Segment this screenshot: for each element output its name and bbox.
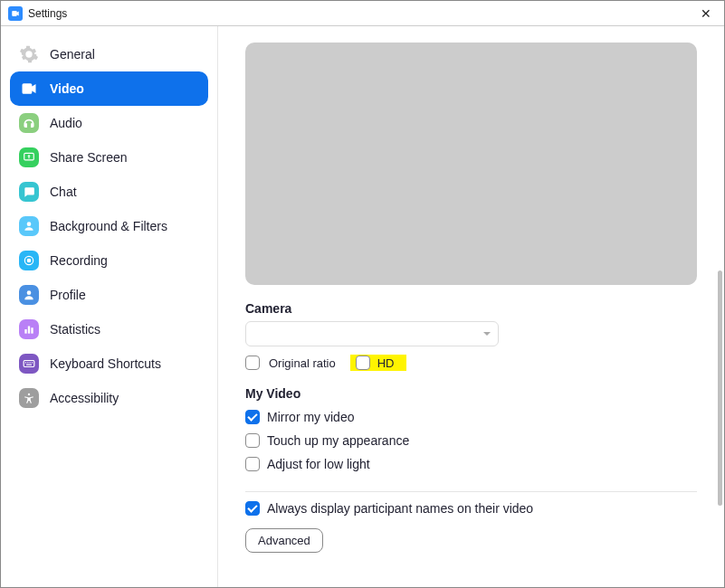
sidebar-item-label: Background & Filters bbox=[50, 219, 167, 233]
sidebar-item-background-filters[interactable]: Background & Filters bbox=[10, 209, 208, 243]
sidebar-item-label: Accessibility bbox=[50, 391, 119, 405]
sidebar-item-audio[interactable]: Audio bbox=[10, 106, 208, 140]
titlebar: Settings ✕ bbox=[1, 1, 724, 26]
sidebar: General Video Audio Share Screen bbox=[1, 26, 218, 587]
close-button[interactable]: ✕ bbox=[695, 3, 717, 24]
svg-rect-10 bbox=[27, 362, 28, 363]
svg-rect-9 bbox=[25, 362, 26, 363]
sidebar-item-label: Keyboard Shortcuts bbox=[50, 356, 161, 371]
svg-rect-13 bbox=[26, 365, 32, 365]
mirror-label: Mirror my video bbox=[267, 410, 354, 424]
window-title: Settings bbox=[28, 7, 67, 20]
hd-checkbox[interactable] bbox=[356, 356, 370, 370]
sidebar-item-statistics[interactable]: Statistics bbox=[10, 312, 208, 346]
sidebar-item-profile[interactable]: Profile bbox=[10, 278, 208, 312]
keyboard-icon bbox=[19, 354, 39, 374]
sidebar-item-accessibility[interactable]: Accessibility bbox=[10, 381, 208, 415]
hd-label: HD bbox=[377, 356, 395, 370]
sidebar-item-label: Share Screen bbox=[50, 150, 128, 165]
sidebar-item-label: Chat bbox=[50, 185, 77, 199]
recording-icon bbox=[19, 251, 39, 270]
svg-point-1 bbox=[27, 222, 32, 226]
advanced-button[interactable]: Advanced bbox=[245, 528, 323, 553]
original-ratio-checkbox[interactable] bbox=[245, 356, 260, 370]
sidebar-item-label: Recording bbox=[50, 253, 108, 268]
lowlight-checkbox[interactable] bbox=[245, 457, 260, 471]
svg-point-3 bbox=[27, 259, 31, 262]
sidebar-item-keyboard-shortcuts[interactable]: Keyboard Shortcuts bbox=[10, 346, 208, 381]
gear-icon bbox=[19, 44, 39, 64]
main-panel: Camera Original ratio HD My Video Mirror… bbox=[218, 26, 724, 587]
svg-rect-7 bbox=[31, 327, 33, 333]
mirror-checkbox[interactable] bbox=[245, 410, 260, 424]
lowlight-label: Adjust for low light bbox=[267, 457, 370, 471]
share-screen-icon bbox=[19, 147, 39, 167]
video-preview bbox=[245, 43, 697, 285]
sidebar-item-chat[interactable]: Chat bbox=[10, 175, 208, 209]
svg-point-4 bbox=[27, 290, 32, 295]
display-names-label: Always display participant names on thei… bbox=[267, 501, 533, 516]
sidebar-item-general[interactable]: General bbox=[10, 37, 208, 71]
sidebar-item-label: Statistics bbox=[50, 322, 100, 337]
sidebar-item-label: Profile bbox=[50, 288, 86, 302]
profile-icon bbox=[19, 285, 39, 305]
svg-rect-5 bbox=[24, 329, 26, 334]
accessibility-icon bbox=[19, 388, 39, 408]
svg-rect-6 bbox=[28, 327, 30, 334]
svg-rect-12 bbox=[32, 362, 33, 363]
chat-icon bbox=[19, 182, 39, 202]
sidebar-item-share-screen[interactable]: Share Screen bbox=[10, 140, 208, 175]
scrollbar-thumb[interactable] bbox=[718, 270, 722, 506]
sidebar-item-label: Audio bbox=[50, 116, 82, 130]
sidebar-item-label: General bbox=[50, 47, 95, 62]
camera-section-label: Camera bbox=[245, 301, 697, 316]
sidebar-item-video[interactable]: Video bbox=[10, 71, 208, 106]
background-icon bbox=[19, 216, 39, 236]
svg-rect-8 bbox=[24, 361, 34, 367]
video-icon bbox=[19, 79, 39, 99]
svg-rect-11 bbox=[30, 362, 31, 363]
app-icon bbox=[8, 6, 23, 21]
statistics-icon bbox=[19, 319, 39, 339]
sidebar-item-recording[interactable]: Recording bbox=[10, 243, 208, 278]
my-video-section-label: My Video bbox=[245, 386, 697, 401]
camera-select[interactable] bbox=[245, 321, 499, 346]
sidebar-item-label: Video bbox=[50, 81, 84, 96]
svg-point-14 bbox=[28, 394, 30, 395]
divider bbox=[245, 491, 697, 492]
display-names-checkbox[interactable] bbox=[245, 501, 260, 516]
touchup-label: Touch up my appearance bbox=[267, 433, 409, 448]
headphones-icon bbox=[19, 113, 39, 133]
original-ratio-label: Original ratio bbox=[269, 356, 336, 370]
touchup-checkbox[interactable] bbox=[245, 433, 260, 448]
